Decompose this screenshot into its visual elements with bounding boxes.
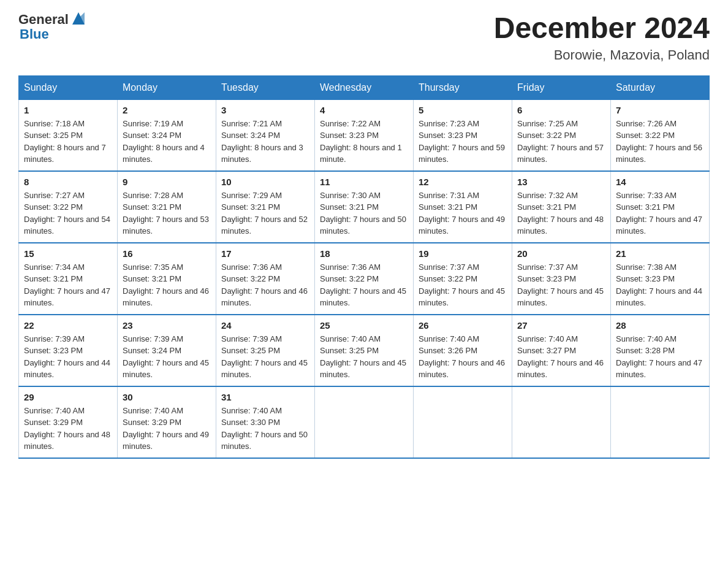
table-row [512, 386, 611, 458]
day-number: 25 [320, 320, 408, 331]
title-block: December 2024 Borowie, Mazovia, Poland [494, 12, 710, 63]
header-monday: Monday [118, 75, 216, 99]
day-number: 18 [320, 248, 408, 259]
table-row: 15 Sunrise: 7:34 AMSunset: 3:21 PMDaylig… [19, 243, 118, 315]
header-friday: Friday [512, 75, 611, 99]
day-info: Sunrise: 7:28 AMSunset: 3:21 PMDaylight:… [123, 191, 209, 236]
table-row: 26 Sunrise: 7:40 AMSunset: 3:26 PMDaylig… [414, 315, 512, 386]
table-row: 31 Sunrise: 7:40 AMSunset: 3:30 PMDaylig… [216, 386, 315, 458]
calendar-week-row: 29 Sunrise: 7:40 AMSunset: 3:29 PMDaylig… [19, 386, 710, 458]
day-number: 29 [24, 392, 112, 402]
calendar-week-row: 1 Sunrise: 7:18 AMSunset: 3:25 PMDayligh… [19, 99, 710, 171]
calendar-table: Sunday Monday Tuesday Wednesday Thursday… [18, 75, 710, 459]
day-info: Sunrise: 7:35 AMSunset: 3:21 PMDaylight:… [123, 262, 209, 308]
day-number: 16 [123, 248, 211, 259]
day-number: 21 [616, 248, 704, 259]
table-row: 30 Sunrise: 7:40 AMSunset: 3:29 PMDaylig… [118, 386, 216, 458]
location-title: Borowie, Mazovia, Poland [494, 47, 710, 63]
day-number: 31 [221, 392, 309, 402]
calendar-week-row: 8 Sunrise: 7:27 AMSunset: 3:22 PMDayligh… [19, 171, 710, 243]
table-row: 11 Sunrise: 7:30 AMSunset: 3:21 PMDaylig… [315, 171, 414, 243]
day-info: Sunrise: 7:39 AMSunset: 3:24 PMDaylight:… [123, 334, 209, 380]
table-row: 7 Sunrise: 7:26 AMSunset: 3:22 PMDayligh… [611, 99, 710, 171]
day-info: Sunrise: 7:40 AMSunset: 3:29 PMDaylight:… [24, 406, 110, 451]
day-number: 10 [221, 177, 309, 187]
day-number: 20 [517, 248, 605, 259]
table-row: 24 Sunrise: 7:39 AMSunset: 3:25 PMDaylig… [216, 315, 315, 386]
table-row [611, 386, 710, 458]
table-row: 9 Sunrise: 7:28 AMSunset: 3:21 PMDayligh… [118, 171, 216, 243]
logo: General Blue [18, 12, 87, 42]
table-row: 22 Sunrise: 7:39 AMSunset: 3:23 PMDaylig… [19, 315, 118, 386]
day-number: 15 [24, 248, 112, 259]
calendar-week-row: 22 Sunrise: 7:39 AMSunset: 3:23 PMDaylig… [19, 315, 710, 386]
day-number: 12 [419, 177, 507, 187]
day-info: Sunrise: 7:25 AMSunset: 3:22 PMDaylight:… [517, 119, 604, 164]
table-row: 13 Sunrise: 7:32 AMSunset: 3:21 PMDaylig… [512, 171, 611, 243]
day-info: Sunrise: 7:37 AMSunset: 3:22 PMDaylight:… [419, 262, 505, 308]
logo-blue: Blue [20, 27, 49, 42]
day-info: Sunrise: 7:36 AMSunset: 3:22 PMDaylight:… [320, 262, 406, 308]
day-number: 13 [517, 177, 605, 187]
header-sunday: Sunday [19, 75, 118, 99]
day-number: 30 [123, 392, 211, 402]
day-number: 17 [221, 248, 309, 259]
table-row [414, 386, 512, 458]
table-row: 4 Sunrise: 7:22 AMSunset: 3:23 PMDayligh… [315, 99, 414, 171]
day-info: Sunrise: 7:39 AMSunset: 3:23 PMDaylight:… [24, 334, 110, 380]
day-info: Sunrise: 7:40 AMSunset: 3:30 PMDaylight:… [221, 406, 308, 451]
day-info: Sunrise: 7:40 AMSunset: 3:28 PMDaylight:… [616, 334, 702, 380]
table-row: 27 Sunrise: 7:40 AMSunset: 3:27 PMDaylig… [512, 315, 611, 386]
day-info: Sunrise: 7:38 AMSunset: 3:23 PMDaylight:… [616, 262, 702, 308]
day-info: Sunrise: 7:32 AMSunset: 3:21 PMDaylight:… [517, 191, 604, 236]
day-info: Sunrise: 7:18 AMSunset: 3:25 PMDaylight:… [24, 119, 106, 164]
day-number: 5 [419, 105, 507, 115]
header-wednesday: Wednesday [315, 75, 414, 99]
table-row: 23 Sunrise: 7:39 AMSunset: 3:24 PMDaylig… [118, 315, 216, 386]
table-row: 19 Sunrise: 7:37 AMSunset: 3:22 PMDaylig… [414, 243, 512, 315]
table-row: 12 Sunrise: 7:31 AMSunset: 3:21 PMDaylig… [414, 171, 512, 243]
day-number: 22 [24, 320, 112, 331]
day-number: 19 [419, 248, 507, 259]
table-row: 16 Sunrise: 7:35 AMSunset: 3:21 PMDaylig… [118, 243, 216, 315]
day-info: Sunrise: 7:19 AMSunset: 3:24 PMDaylight:… [123, 119, 205, 164]
day-number: 1 [24, 105, 112, 115]
table-row: 14 Sunrise: 7:33 AMSunset: 3:21 PMDaylig… [611, 171, 710, 243]
table-row: 29 Sunrise: 7:40 AMSunset: 3:29 PMDaylig… [19, 386, 118, 458]
table-row: 2 Sunrise: 7:19 AMSunset: 3:24 PMDayligh… [118, 99, 216, 171]
day-info: Sunrise: 7:30 AMSunset: 3:21 PMDaylight:… [320, 191, 406, 236]
day-number: 24 [221, 320, 309, 331]
day-info: Sunrise: 7:27 AMSunset: 3:22 PMDaylight:… [24, 191, 110, 236]
page-header: General Blue December 2024 Borowie, Mazo… [18, 12, 710, 63]
table-row: 20 Sunrise: 7:37 AMSunset: 3:23 PMDaylig… [512, 243, 611, 315]
day-number: 28 [616, 320, 704, 331]
table-row: 6 Sunrise: 7:25 AMSunset: 3:22 PMDayligh… [512, 99, 611, 171]
day-number: 3 [221, 105, 309, 115]
day-info: Sunrise: 7:40 AMSunset: 3:26 PMDaylight:… [419, 334, 505, 380]
table-row: 1 Sunrise: 7:18 AMSunset: 3:25 PMDayligh… [19, 99, 118, 171]
day-info: Sunrise: 7:40 AMSunset: 3:27 PMDaylight:… [517, 334, 604, 380]
table-row: 18 Sunrise: 7:36 AMSunset: 3:22 PMDaylig… [315, 243, 414, 315]
day-number: 6 [517, 105, 605, 115]
day-number: 26 [419, 320, 507, 331]
day-number: 23 [123, 320, 211, 331]
table-row: 5 Sunrise: 7:23 AMSunset: 3:23 PMDayligh… [414, 99, 512, 171]
day-info: Sunrise: 7:29 AMSunset: 3:21 PMDaylight:… [221, 191, 308, 236]
day-info: Sunrise: 7:40 AMSunset: 3:29 PMDaylight:… [123, 406, 209, 451]
calendar-header-row: Sunday Monday Tuesday Wednesday Thursday… [19, 75, 710, 99]
table-row [315, 386, 414, 458]
day-info: Sunrise: 7:40 AMSunset: 3:25 PMDaylight:… [320, 334, 406, 380]
day-info: Sunrise: 7:33 AMSunset: 3:21 PMDaylight:… [616, 191, 702, 236]
header-tuesday: Tuesday [216, 75, 315, 99]
logo-general: General [18, 12, 69, 27]
table-row: 25 Sunrise: 7:40 AMSunset: 3:25 PMDaylig… [315, 315, 414, 386]
day-number: 11 [320, 177, 408, 187]
table-row: 28 Sunrise: 7:40 AMSunset: 3:28 PMDaylig… [611, 315, 710, 386]
day-info: Sunrise: 7:36 AMSunset: 3:22 PMDaylight:… [221, 262, 308, 308]
day-number: 7 [616, 105, 704, 115]
day-info: Sunrise: 7:26 AMSunset: 3:22 PMDaylight:… [616, 119, 702, 164]
day-info: Sunrise: 7:34 AMSunset: 3:21 PMDaylight:… [24, 262, 110, 308]
day-number: 8 [24, 177, 112, 187]
day-number: 27 [517, 320, 605, 331]
logo-icon [70, 10, 87, 27]
